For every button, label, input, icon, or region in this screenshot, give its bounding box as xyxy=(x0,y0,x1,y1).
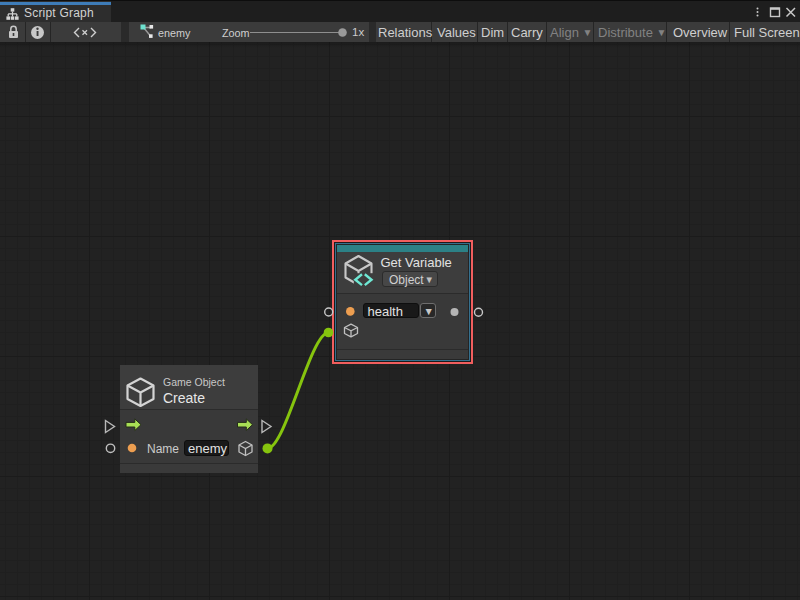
svg-text:1x: 1x xyxy=(352,26,364,38)
